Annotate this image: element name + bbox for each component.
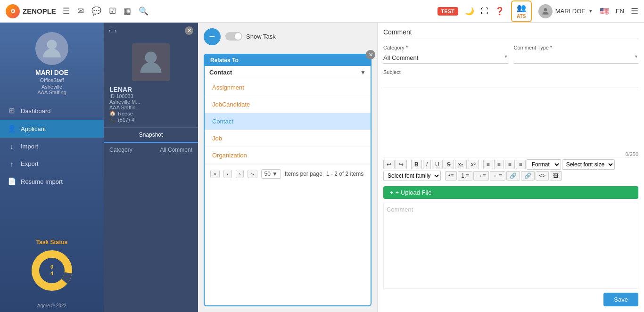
fullscreen-icon[interactable]: ⛶ <box>481 7 488 16</box>
profile-role: OfficeStaff <box>40 77 64 83</box>
dropdown-item-contact[interactable]: Contact <box>205 113 371 130</box>
sidebar-item-applicant[interactable]: 👤 Applicant <box>0 120 104 138</box>
mail-icon[interactable]: ✉ <box>77 6 84 16</box>
contact-dropdown-arrow: ▼ <box>360 69 366 76</box>
tasks-icon[interactable]: ☑ <box>109 6 116 16</box>
applicant-icon: 👤 <box>8 124 16 133</box>
code-button[interactable]: <> <box>536 171 549 181</box>
chat-icon[interactable]: 💬 <box>91 6 101 16</box>
relates-close-button[interactable]: ✕ <box>366 50 375 59</box>
sidebar-profile: MARI DOE OfficeStaff Asheville AAA Staff… <box>0 23 104 102</box>
menu-icon[interactable]: ☰ <box>63 6 70 16</box>
strikethrough-button[interactable]: S̶ <box>444 160 454 169</box>
italic-button[interactable]: I <box>423 160 431 169</box>
prev-arrow[interactable]: ‹ <box>108 27 111 34</box>
align-right-button[interactable]: ≡ <box>505 160 515 169</box>
dropdown-item-assignment[interactable]: Assignment <box>205 79 371 96</box>
superscript-button[interactable]: x² <box>468 160 479 169</box>
app-logo: ⚙ ZENOPLE <box>6 4 56 18</box>
user-name: MARI DOE <box>555 8 586 15</box>
comment-type-select[interactable] <box>514 52 639 64</box>
panel-tabs: Snapshot <box>104 127 198 143</box>
next-page-btn[interactable]: › <box>236 170 244 178</box>
dark-mode-icon[interactable]: 🌙 <box>465 7 474 16</box>
last-page-btn[interactable]: » <box>248 170 257 178</box>
tab-snapshot[interactable]: Snapshot <box>104 128 198 143</box>
language-flag[interactable]: 🇺🇸 <box>600 7 609 16</box>
unordered-list-button[interactable]: •≡ <box>445 171 457 181</box>
indent-in-button[interactable]: →≡ <box>473 171 489 181</box>
font-size-select[interactable]: Select font size <box>562 159 615 170</box>
indent-out-button[interactable]: ←≡ <box>490 171 505 181</box>
category-label: Category <box>109 147 132 153</box>
justify-button[interactable]: ≡ <box>516 160 526 169</box>
font-family-select[interactable]: Select font family <box>383 171 441 181</box>
home-icon: 🏠 <box>109 110 116 116</box>
comment-panel: Comment Category * All Comment <box>377 23 644 312</box>
next-arrow[interactable]: › <box>115 27 117 34</box>
align-left-button[interactable]: ≡ <box>483 160 493 169</box>
toolbar-sep-1 <box>409 160 409 169</box>
redo-button[interactable]: ↪ <box>396 160 407 169</box>
show-task-toggle[interactable] <box>225 32 242 41</box>
contact-select-row[interactable]: Contact ▼ <box>205 66 371 79</box>
save-button[interactable]: Save <box>603 293 638 306</box>
align-center-button[interactable]: ≡ <box>494 160 504 169</box>
bold-button[interactable]: B <box>411 160 422 169</box>
subscript-button[interactable]: x₂ <box>455 160 467 169</box>
underline-button[interactable]: U <box>432 160 443 169</box>
sidebar-item-resume-import[interactable]: 📄 Resume Import <box>0 172 104 190</box>
category-select-wrapper: All Comment <box>383 52 508 64</box>
sidebar-footer: Aqore © 2022 <box>0 299 104 312</box>
editor-toolbar: ↩ ↪ B I U S̶ x₂ x² ≡ ≡ ≡ ≡ Format <box>383 157 638 183</box>
applicant-location: Asheville M... <box>109 99 192 105</box>
subject-input[interactable] <box>383 77 638 88</box>
undo-button[interactable]: ↩ <box>383 160 395 169</box>
toggle-knob <box>235 33 241 40</box>
hamburger-icon[interactable]: ☰ <box>631 6 638 16</box>
dropdown-item-organization[interactable]: Organization <box>205 147 371 164</box>
task-section: Task Status 0 4 <box>0 234 104 299</box>
insert-image-button[interactable]: 🖼 <box>550 171 562 181</box>
remove-link-button[interactable]: 🔗 <box>521 171 535 181</box>
prev-page-btn[interactable]: ‹ <box>223 170 232 178</box>
profile-avatar <box>35 32 68 65</box>
comment-form-row-1: Category * All Comment Comment Type * <box>383 45 638 64</box>
dropdown-item-job[interactable]: Job <box>205 130 371 147</box>
add-task-button[interactable]: − <box>204 28 221 45</box>
sidebar-item-label: Export <box>21 160 39 167</box>
panel-close-button[interactable]: ✕ <box>185 26 193 35</box>
per-page-select[interactable]: 50 ▼ <box>261 169 281 179</box>
insert-link-button[interactable]: 🔗 <box>506 171 520 181</box>
user-dropdown-icon[interactable]: ▼ <box>588 8 593 14</box>
ats-button[interactable]: 👥 ATS <box>511 0 532 22</box>
comment-placeholder: Comment <box>387 206 413 213</box>
sidebar-item-label: Resume Import <box>21 178 63 185</box>
panel-avatar-img <box>132 43 170 81</box>
pagination-text: Items per page <box>285 171 322 177</box>
sidebar-item-label: Dashboard <box>21 107 51 115</box>
search-icon[interactable]: 🔍 <box>139 6 149 16</box>
format-select[interactable]: Format <box>527 159 561 170</box>
help-icon[interactable]: ❓ <box>495 7 504 16</box>
sidebar-item-label: Import <box>21 143 38 150</box>
upload-file-button[interactable]: + + Upload File <box>383 186 638 199</box>
user-area[interactable]: MARI DOE ▼ <box>538 4 593 18</box>
app-name: ZENOPLE <box>23 7 56 15</box>
calendar-icon[interactable]: ▦ <box>124 6 131 16</box>
dropdown-item-jobcandidate[interactable]: JobCandidate <box>205 96 371 113</box>
applicant-contact: 🏠 Reese <box>109 110 192 116</box>
language-label: EN <box>616 8 624 15</box>
sidebar-item-export[interactable]: ↑ Export <box>0 155 104 172</box>
sidebar-item-import[interactable]: ↓ Import <box>0 138 104 155</box>
profile-company: AAA Staffing <box>37 90 66 95</box>
sidebar-item-dashboard[interactable]: ⊞ Dashboard <box>0 102 104 120</box>
ordered-list-button[interactable]: 1.≡ <box>458 171 472 181</box>
first-page-btn[interactable]: « <box>210 170 220 178</box>
top-navigation: ⚙ ZENOPLE ☰ ✉ 💬 ☑ ▦ 🔍 TEST 🌙 ⛶ ❓ 👥 ATS M… <box>0 0 644 23</box>
category-select[interactable]: All Comment <box>383 52 508 64</box>
applicant-company: AAA Staffin... <box>109 105 192 110</box>
phone-icon: 📞 <box>109 116 116 123</box>
user-avatar <box>538 4 553 18</box>
comment-textarea[interactable]: Comment <box>383 203 638 289</box>
